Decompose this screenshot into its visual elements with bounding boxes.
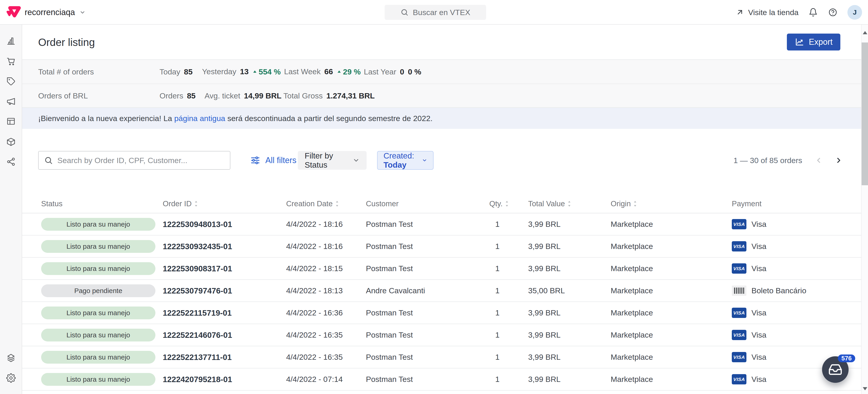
table-row[interactable]: Listo para su manejo 1222522115719-01 4/…	[22, 302, 868, 324]
topbar-actions: Visite la tienda J	[735, 0, 862, 25]
order-search-input[interactable]	[57, 156, 224, 165]
qty-cell: 1	[489, 264, 528, 273]
customer-cell: Postman Test	[366, 220, 489, 229]
layout-icon	[6, 117, 16, 126]
qty-cell: 1	[489, 220, 528, 229]
avatar[interactable]: J	[847, 5, 862, 20]
qty-cell: 1	[489, 375, 528, 384]
all-filters-button[interactable]: All filters	[250, 151, 297, 170]
stats-row-label: Total # of orders	[22, 67, 159, 76]
bell-icon	[809, 8, 818, 17]
order-id-cell: 1222522146076-01	[163, 330, 286, 340]
table-row[interactable]: Pago pendiente 1222530797476-01 4/4/2022…	[22, 280, 868, 302]
sidebar-item-orders[interactable]	[0, 53, 22, 69]
scroll-down-arrow-icon[interactable]	[863, 387, 867, 390]
barcode-icon	[732, 286, 746, 296]
sliders-icon	[250, 155, 260, 165]
notifications-button[interactable]	[808, 7, 818, 18]
vtex-logo-icon[interactable]	[6, 5, 21, 20]
payment-label: Visa	[751, 308, 767, 317]
all-filters-label: All filters	[265, 156, 297, 165]
origin-cell: Marketplace	[611, 242, 732, 251]
sidebar-item-marketing[interactable]	[0, 93, 22, 110]
metric-last-week: Last Week 66 29 %	[284, 67, 364, 76]
table-row[interactable]: Listo para su manejo 1222530932435-01 4/…	[22, 235, 868, 258]
table-row[interactable]: Listo para su manejo 1222530908317-01 4/…	[22, 258, 868, 280]
next-page-button[interactable]	[834, 155, 844, 165]
visit-store-label: Visite la tienda	[748, 8, 799, 17]
chart-line-icon	[795, 37, 804, 47]
order-id-cell: 1222530948013-01	[163, 220, 286, 229]
total-value-cell: 3,99 BRL	[528, 220, 611, 229]
help-button[interactable]	[828, 7, 838, 18]
total-value-cell: 35,00 BRL	[528, 286, 611, 295]
customer-cell: Postman Test	[366, 308, 489, 317]
origin-cell: Marketplace	[611, 375, 732, 384]
sidebar-item-catalog[interactable]	[0, 134, 22, 150]
old-page-link[interactable]: página antigua	[174, 114, 225, 123]
scrollbar-thumb[interactable]	[862, 42, 868, 185]
order-id-cell: 1222522115719-01	[163, 308, 286, 318]
table-row[interactable]: Listo para su manejo 1222530948013-01 4/…	[22, 213, 868, 235]
payment-cell: VISAVisa	[732, 219, 868, 229]
created-filter-label: Created: Today	[383, 151, 422, 169]
sidebar-item-storefront[interactable]	[0, 113, 22, 130]
page-scrollbar[interactable]	[861, 25, 868, 394]
qty-cell: 1	[489, 353, 528, 362]
metric-orders: Orders 85	[159, 91, 205, 100]
origin-cell: Marketplace	[611, 286, 732, 295]
scroll-up-arrow-icon[interactable]	[863, 31, 867, 34]
trend-delta: 0 %	[408, 67, 422, 76]
column-header-payment: Payment	[732, 199, 868, 208]
created-filter-dropdown[interactable]: Created: Today	[377, 151, 434, 170]
order-search[interactable]	[38, 151, 230, 170]
column-header-qty[interactable]: Qty.	[489, 199, 528, 208]
account-name: recorrenciaqa	[25, 7, 75, 17]
creation-date-cell: 4/4/2022 - 16:36	[286, 308, 366, 317]
status-badge: Listo para su manejo	[41, 240, 155, 253]
status-filter-dropdown[interactable]: Filter by Status	[298, 151, 367, 170]
sidebar-item-integrations[interactable]	[0, 154, 22, 170]
customer-cell: Postman Test	[366, 353, 489, 362]
column-header-customer: Customer	[366, 199, 489, 208]
column-header-total-value[interactable]: Total Value	[528, 199, 611, 208]
search-icon	[400, 8, 409, 17]
shopping-cart-icon	[6, 57, 16, 66]
customer-cell: Postman Test	[366, 330, 489, 339]
trend-delta: 554 %	[252, 67, 281, 76]
table-row-partial[interactable]	[22, 391, 868, 394]
table-row[interactable]: Listo para su manejo 1222522137711-01 4/…	[22, 346, 868, 368]
chevron-right-icon	[835, 156, 843, 164]
payment-label: Visa	[751, 375, 767, 384]
table-row[interactable]: Listo para su manejo 1222420795218-01 4/…	[22, 368, 868, 391]
export-button[interactable]: Export	[787, 34, 840, 51]
payment-cell: Boleto Bancário	[732, 286, 868, 296]
global-search[interactable]: Buscar en VTEX	[384, 5, 486, 20]
sort-icon	[567, 200, 571, 207]
sidebar-item-promotions[interactable]	[0, 73, 22, 90]
sidebar-item-analytics[interactable]	[0, 33, 22, 49]
status-badge: Listo para su manejo	[41, 329, 155, 341]
column-header-creation-date[interactable]: Creation Date	[286, 199, 366, 208]
arrow-up-right-icon	[735, 8, 744, 17]
tag-icon	[6, 76, 16, 86]
sidebar-item-settings[interactable]	[0, 370, 22, 386]
payment-label: Visa	[751, 242, 767, 251]
metric-last-year: Last Year 0 0 %	[364, 67, 421, 76]
account-switcher[interactable]: recorrenciaqa	[25, 0, 86, 25]
table-row[interactable]: Listo para su manejo 1222522146076-01 4/…	[22, 324, 868, 346]
chevron-down-icon	[422, 157, 427, 164]
status-badge: Pago pendiente	[41, 284, 155, 297]
total-value-cell: 3,99 BRL	[528, 264, 611, 273]
visit-store-link[interactable]: Visite la tienda	[735, 8, 799, 17]
sidebar-item-apps[interactable]	[0, 350, 22, 366]
topbar: recorrenciaqa Buscar en VTEX Visite la t…	[0, 0, 868, 25]
inbox-icon	[828, 362, 842, 376]
creation-date-cell: 4/4/2022 - 07:14	[286, 375, 366, 384]
trend-delta: 29 %	[337, 67, 361, 76]
column-header-order-id[interactable]: Order ID	[163, 199, 286, 208]
previous-page-button[interactable]	[814, 155, 824, 165]
visa-icon: VISA	[732, 330, 746, 340]
payment-cell: VISAVisa	[732, 374, 868, 385]
column-header-origin[interactable]: Origin	[611, 199, 732, 208]
